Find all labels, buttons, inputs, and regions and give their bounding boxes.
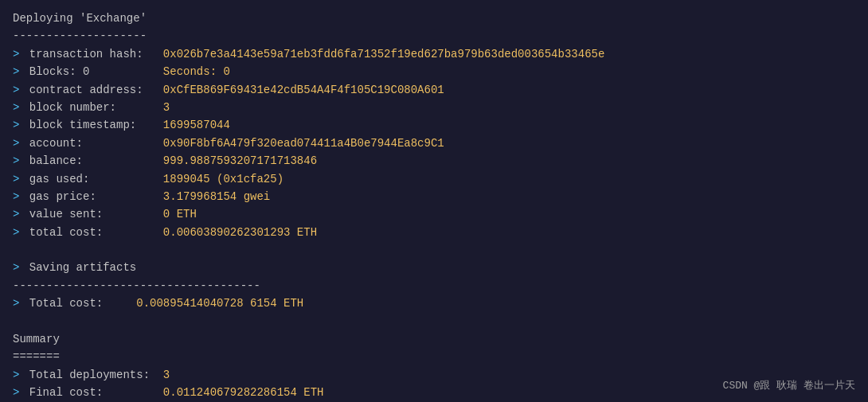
saving-artifacts-text: Saving artifacts xyxy=(22,259,136,276)
tx-hash-key: transaction hash: xyxy=(22,45,162,63)
account-value: 0x90F8bf6A479f320ead074411a4B0e7944Ea8c9… xyxy=(163,135,444,152)
total-deployments-key: Total deployments: xyxy=(22,366,162,384)
arrow-icon: > xyxy=(13,366,19,384)
summary-equals-line: ======= xyxy=(13,348,855,365)
arrow-icon: > xyxy=(13,45,19,63)
arrow-icon: > xyxy=(13,81,19,99)
arrow-icon: > xyxy=(13,205,19,223)
contract-address-line: > contract address: 0xCfEB869F69431e42cd… xyxy=(13,81,855,99)
arrow-icon: > xyxy=(13,295,19,312)
arrow-icon: > xyxy=(13,170,19,188)
blocks-line: > Blocks: 0 Seconds: 0 xyxy=(13,63,855,80)
blocks-value: Seconds: 0 xyxy=(163,63,230,80)
blocks-key: Blocks: 0 xyxy=(22,63,162,80)
arrow-icon: > xyxy=(13,99,19,116)
value-sent-line: > value sent: 0 ETH xyxy=(13,205,855,223)
blank-line1 xyxy=(13,241,855,259)
divider1: -------------------- xyxy=(13,27,855,45)
block-number-value: 3 xyxy=(163,99,170,116)
final-cost-key: Final cost: xyxy=(22,384,162,401)
watermark: CSDN @跟 耿瑞 卷出一片天 xyxy=(723,378,855,392)
gas-price-value: 3.179968154 gwei xyxy=(163,188,270,205)
contract-address-value: 0xCfEB869F69431e42cdB54A4F4f105C19C080A6… xyxy=(163,81,444,99)
arrow-icon: > xyxy=(13,116,19,134)
tx-hash-value: 0x026b7e3a4143e59a71eb3fdd6fa71352f19ed6… xyxy=(163,45,605,63)
gas-used-line: > gas used: 1899045 (0x1cfa25) xyxy=(13,170,855,188)
divider2: ------------------------------------- xyxy=(13,277,855,295)
tx-hash-line: > transaction hash: 0x026b7e3a4143e59a71… xyxy=(13,45,855,63)
account-line: > account: 0x90F8bf6A479f320ead074411a4B… xyxy=(13,135,855,152)
block-number-key: block number: xyxy=(22,99,162,116)
balance-key: balance: xyxy=(22,152,162,170)
gas-used-key: gas used: xyxy=(22,170,162,188)
summary-equals: ======= xyxy=(13,348,60,365)
block-timestamp-value: 1699587044 xyxy=(163,116,230,134)
gas-price-line: > gas price: 3.179968154 gwei xyxy=(13,188,855,205)
account-key: account: xyxy=(22,135,162,152)
arrow-icon: > xyxy=(13,259,19,276)
total-deployments-value: 3 xyxy=(163,366,170,384)
block-number-line: > block number: 3 xyxy=(13,99,855,116)
balance-value: 999.9887593207171713846 xyxy=(163,152,317,170)
deploy-title-line: Deploying 'Exchange' xyxy=(13,10,855,27)
saving-artifacts-line: > Saving artifacts xyxy=(13,259,855,276)
arrow-icon: > xyxy=(13,224,19,241)
terminal-window: Deploying 'Exchange' -------------------… xyxy=(0,0,868,402)
summary-title-line: Summary xyxy=(13,330,855,348)
blank-line2 xyxy=(13,313,855,330)
arrow-icon: > xyxy=(13,188,19,205)
final-cost-value: 0.011240679282286154 ETH xyxy=(163,384,324,401)
summary-title: Summary xyxy=(13,330,60,348)
arrow-icon: > xyxy=(13,152,19,170)
total-cost-value: 0.00603890262301293 ETH xyxy=(163,224,317,241)
gas-price-key: gas price: xyxy=(22,188,162,205)
total-cost-key: total cost: xyxy=(22,224,162,241)
arrow-icon: > xyxy=(13,135,19,152)
balance-line: > balance: 999.9887593207171713846 xyxy=(13,152,855,170)
gas-used-value: 1899045 (0x1cfa25) xyxy=(163,170,283,188)
deploy-total-cost-line: > Total cost: 0.00895414040728 6154 ETH xyxy=(13,295,855,312)
block-timestamp-line: > block timestamp: 1699587044 xyxy=(13,116,855,134)
deploy-total-cost-key: Total cost: xyxy=(22,295,136,312)
value-sent-value: 0 ETH xyxy=(163,205,197,223)
total-cost-line: > total cost: 0.00603890262301293 ETH xyxy=(13,224,855,241)
value-sent-key: value sent: xyxy=(22,205,162,223)
arrow-icon: > xyxy=(13,63,19,80)
block-timestamp-key: block timestamp: xyxy=(22,116,162,134)
contract-address-key: contract address: xyxy=(22,81,162,99)
deploy-title: Deploying 'Exchange' xyxy=(13,10,147,27)
deploy-total-cost-value: 0.00895414040728 6154 ETH xyxy=(136,295,303,312)
arrow-icon: > xyxy=(13,384,19,401)
